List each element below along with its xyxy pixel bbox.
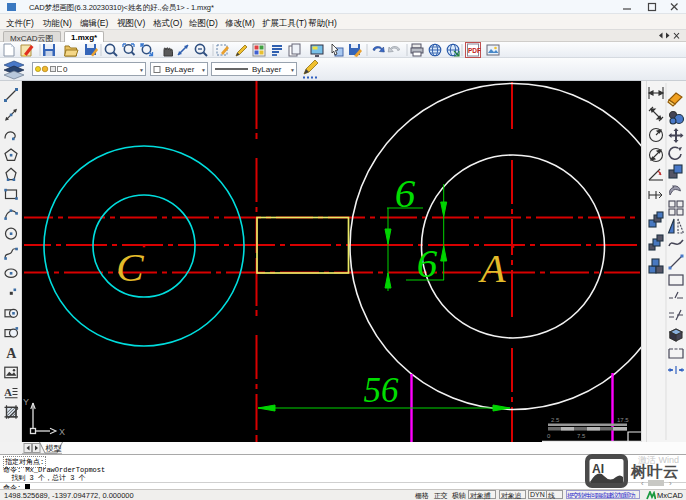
svg-text:6: 6 <box>417 240 438 286</box>
svg-text:树叶云: 树叶云 <box>630 463 679 480</box>
svg-text:7.5: 7.5 <box>577 433 586 439</box>
svg-text:Y: Y <box>23 397 29 407</box>
svg-text:A: A <box>4 386 12 398</box>
svg-text:0: 0 <box>547 433 551 439</box>
svg-text:2.5: 2.5 <box>551 417 560 423</box>
svg-text:A: A <box>6 346 17 361</box>
svg-text:‹: ‹ <box>641 479 644 488</box>
svg-text:PDF: PDF <box>468 47 481 54</box>
svg-text:C: C <box>116 244 144 290</box>
svg-text:X: X <box>59 427 65 437</box>
svg-text:A: A <box>477 245 506 291</box>
svg-text:56: 56 <box>364 371 400 410</box>
svg-text:6: 6 <box>395 170 416 216</box>
svg-text:›: › <box>669 479 672 488</box>
svg-text:17.5: 17.5 <box>617 417 629 423</box>
